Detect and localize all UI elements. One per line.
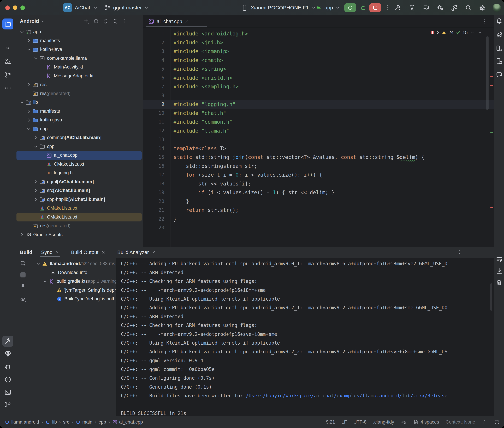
chevron-down-icon[interactable]: [19, 99, 25, 106]
gradle-tool-button[interactable]: [495, 31, 503, 39]
device-selector[interactable]: Xiaomi POCOPHONE F1: [241, 0, 316, 16]
chevron-down-icon[interactable]: [42, 279, 48, 284]
logcat-tool-button[interactable]: [4, 363, 12, 371]
gemini-chat-button[interactable]: [495, 71, 503, 79]
sync-tree-item[interactable]: build.gradle.kts app 1 warning: [29, 277, 116, 286]
project-tree-item-cpp-httplib[interactable]: cpp-httplib [AiChat.lib.main]: [17, 195, 142, 204]
breadcrumb-cpp[interactable]: cpp: [99, 420, 106, 425]
caret-position[interactable]: 9:21: [326, 420, 335, 425]
user-avatar[interactable]: [493, 4, 501, 12]
chevron-right-icon[interactable]: [33, 188, 39, 194]
error-stripe-mark[interactable]: [490, 85, 493, 86]
error-stripe-mark[interactable]: [490, 76, 493, 77]
apply-code-changes-icon[interactable]: [422, 4, 430, 11]
close-tab-icon[interactable]: [185, 19, 189, 24]
chevron-right-icon[interactable]: [26, 117, 32, 123]
close-tab-icon[interactable]: [55, 250, 59, 255]
gradle-sync-icon[interactable]: [451, 4, 458, 11]
project-tree-item-com-example-llama[interactable]: com.example.llama: [17, 54, 142, 63]
clang-tidy-widget[interactable]: .clang-tidy: [373, 420, 394, 425]
soft-wrap-icon[interactable]: [495, 256, 503, 263]
error-icon[interactable]: [430, 30, 435, 35]
zoom-window-button[interactable]: [20, 6, 25, 10]
hide-build-panel-icon[interactable]: [470, 249, 476, 255]
chevron-right-icon[interactable]: [26, 82, 32, 88]
stop-sync-icon[interactable]: [20, 272, 26, 278]
re-sync-icon[interactable]: [19, 260, 26, 266]
attach-debugger-icon[interactable]: [436, 4, 444, 11]
project-tree-item-res[interactable]: res (generated): [17, 222, 142, 230]
indent-widget[interactable]: 4 spaces: [413, 419, 439, 425]
version-control-tool-button[interactable]: [4, 401, 12, 408]
project-tree-item-manifests[interactable]: manifests: [17, 107, 142, 116]
lock-open-icon[interactable]: [482, 419, 487, 425]
project-tree-item-cmakelists-txt[interactable]: CMakeLists.txt: [17, 213, 142, 222]
breadcrumb-ai-chat-cpp[interactable]: ai_chat.cpp: [112, 420, 143, 425]
project-tree-item-src[interactable]: src [AiChat.lib.main]: [17, 186, 142, 195]
breadcrumb-lib[interactable]: lib: [45, 420, 57, 425]
chevron-right-icon[interactable]: [26, 38, 32, 44]
project-tree-item-cmakelists-txt[interactable]: CMakeLists.txt: [17, 160, 142, 169]
vcs-branch-widget[interactable]: ggml-master: [104, 0, 149, 16]
project-tree-item-kotlin-java[interactable]: kotlin+java: [17, 45, 142, 54]
editor-options-menu[interactable]: [482, 18, 488, 25]
project-tree-item-lib[interactable]: lib: [17, 98, 142, 107]
editor-scrollbar-thumb[interactable]: [486, 36, 488, 110]
chevron-down-icon[interactable]: [33, 143, 39, 149]
project-view-selector[interactable]: Android: [20, 18, 45, 24]
apply-changes-icon[interactable]: [408, 4, 416, 11]
change-stripe-mark[interactable]: [490, 132, 493, 133]
build-run-icon[interactable]: [394, 4, 402, 11]
breadcrumb-src[interactable]: src: [63, 420, 69, 425]
scroll-to-end-icon[interactable]: [495, 267, 503, 275]
project-tree-item-cpp[interactable]: cpp: [17, 124, 142, 133]
terminal-tool-button[interactable]: [4, 388, 12, 396]
project-tree-item-common[interactable]: common [AiChat.lib.main]: [17, 133, 142, 142]
more-tool-windows-button[interactable]: [4, 84, 12, 92]
stop-button[interactable]: [369, 3, 381, 12]
locate-file-icon[interactable]: [93, 18, 99, 25]
warning-icon[interactable]: [442, 30, 446, 35]
chevron-down-icon[interactable]: [19, 29, 25, 35]
chevron-right-icon[interactable]: [26, 108, 32, 114]
project-tree-item-cmakelists-txt[interactable]: CMakeLists.txt: [17, 204, 142, 213]
resource-context[interactable]: Context: None: [445, 420, 475, 425]
build-options-menu[interactable]: [457, 249, 463, 255]
device-manager-button[interactable]: [495, 45, 503, 52]
run-configuration-selector[interactable]: app: [315, 0, 340, 16]
more-actions-menu[interactable]: [384, 4, 392, 11]
project-tree-item-gradle-scripts[interactable]: Gradle Scripts: [17, 230, 142, 239]
formatter-icon[interactable]: [401, 419, 406, 425]
breadcrumb-main[interactable]: main: [76, 420, 93, 425]
build-console[interactable]: C/C++: -- Using KleidiAI optimized kerne…: [116, 258, 494, 417]
build-tab-sync[interactable]: Sync: [40, 247, 60, 258]
settings-gear-icon[interactable]: [479, 4, 486, 11]
commit-tool-button[interactable]: [4, 44, 12, 52]
project-tree-item-manifests[interactable]: manifests: [17, 36, 142, 45]
project-tree-item-logging-h[interactable]: logging.h: [17, 169, 142, 177]
problems-tool-button[interactable]: [4, 376, 12, 383]
build-output-path-link[interactable]: /Users/hanyin/Workspace/ai-chat/examples…: [246, 393, 447, 398]
sync-tree-item[interactable]: 'jvmTarget: String' is deprec: [29, 286, 116, 295]
console-scrollbar-thumb[interactable]: [490, 283, 492, 311]
project-tree-item-cpp[interactable]: cpp: [17, 142, 142, 151]
sync-tree-item[interactable]: Download info: [29, 268, 116, 277]
error-stripe-mark[interactable]: [490, 207, 493, 208]
running-devices-button[interactable]: [495, 57, 503, 65]
next-problem-icon[interactable]: [477, 30, 483, 35]
sync-tree-item[interactable]: BuildType 'debug' is both de: [29, 295, 116, 304]
view-options-eye-icon[interactable]: [19, 296, 26, 303]
clear-console-icon[interactable]: [495, 279, 503, 286]
chevron-down-icon[interactable]: [33, 55, 39, 61]
search-everywhere-icon[interactable]: [465, 4, 472, 11]
chevron-down-icon[interactable]: [26, 126, 32, 132]
close-tab-icon[interactable]: [101, 250, 106, 255]
add-icon[interactable]: [83, 18, 90, 25]
structure-tool-button[interactable]: [4, 58, 12, 65]
close-tab-icon[interactable]: [152, 250, 156, 255]
chevron-down-icon[interactable]: [26, 46, 32, 53]
project-tree-item-ggml[interactable]: ggml [AiChat.lib.main]: [17, 177, 142, 186]
chevron-right-icon[interactable]: [33, 179, 39, 185]
build-tab-build-output[interactable]: Build Output: [70, 247, 107, 258]
tab-scrollbar-thumb[interactable]: [146, 26, 207, 27]
